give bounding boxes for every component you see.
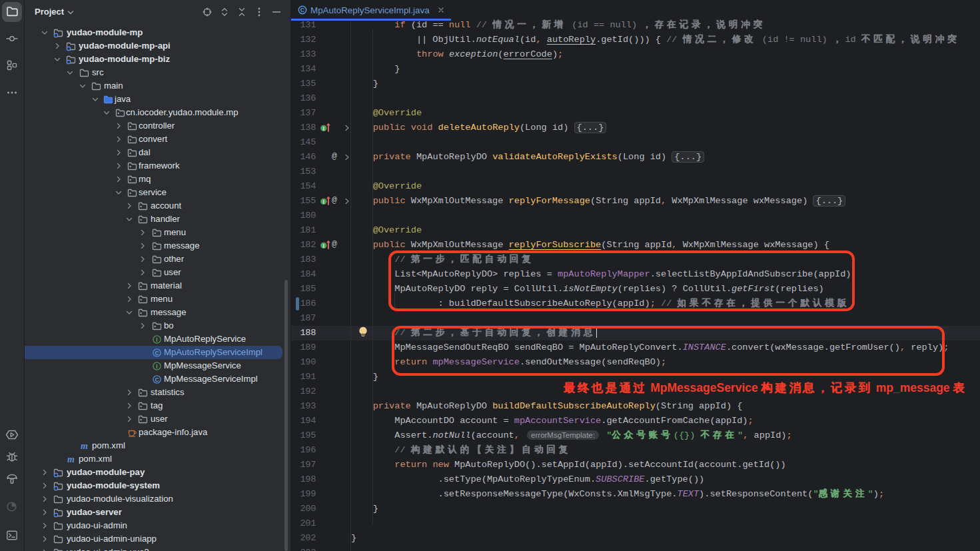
svg-text:m: m bbox=[81, 441, 88, 451]
svg-text:I: I bbox=[156, 363, 157, 370]
svg-text:I: I bbox=[323, 243, 324, 249]
svg-text:C: C bbox=[300, 7, 305, 13]
svg-text:m: m bbox=[67, 454, 75, 464]
svg-text:C: C bbox=[155, 376, 159, 383]
svg-text:I: I bbox=[156, 336, 157, 343]
svg-text:C: C bbox=[155, 350, 159, 356]
svg-text:I: I bbox=[323, 125, 324, 132]
svg-text:I: I bbox=[323, 199, 324, 205]
